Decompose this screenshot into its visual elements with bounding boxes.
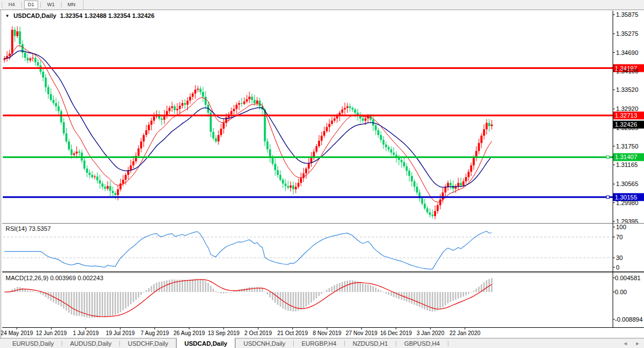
svg-text:1.34690: 1.34690 <box>616 49 638 56</box>
toolbar-divider <box>21 2 22 8</box>
toolbar-divider <box>2 2 2 8</box>
timeframe-button-h4[interactable]: H4 <box>4 1 19 9</box>
svg-text:7 Aug 2019: 7 Aug 2019 <box>141 330 169 336</box>
chart-symbol-title: USDCAD,Daily <box>13 12 56 19</box>
collapse-chart-icon[interactable]: ▼ <box>5 13 10 18</box>
svg-text:0.00: 0.00 <box>615 289 627 295</box>
svg-text:8 Nov 2019: 8 Nov 2019 <box>313 330 342 336</box>
chart-header: ▼ USDCAD,Daily 1.32354 1.32488 1.32354 1… <box>5 12 155 19</box>
tab-scroll-left-icon[interactable]: ◄ <box>623 341 628 346</box>
timeframe-toolbar: H4 D1 W1 MN <box>0 0 644 10</box>
timeframe-button-mn[interactable]: MN <box>64 1 80 9</box>
svg-text:1.32920: 1.32920 <box>616 105 638 112</box>
svg-text:16 Dec 2019: 16 Dec 2019 <box>380 330 412 336</box>
tab-eurusd-daily[interactable]: EURUSD,Daily <box>4 338 62 348</box>
trading-terminal-window: H4 D1 W1 MN 1.341971.327131.314071.30155… <box>0 0 644 348</box>
svg-text:1.34105: 1.34105 <box>616 68 638 75</box>
svg-text:1.32426: 1.32426 <box>615 121 637 128</box>
svg-text:70: 70 <box>616 234 623 240</box>
tab-usdchf-daily[interactable]: USDCHF,Daily <box>120 338 176 348</box>
svg-text:1.31165: 1.31165 <box>616 161 638 168</box>
svg-text:13 Sep 2019: 13 Sep 2019 <box>208 330 240 336</box>
svg-text:12 Jun 2019: 12 Jun 2019 <box>36 330 67 336</box>
svg-text:1.30565: 1.30565 <box>616 180 638 187</box>
chart-ohlc-values: 1.32354 1.32488 1.32354 1.32426 <box>60 12 154 19</box>
svg-text:22 Jan 2020: 22 Jan 2020 <box>450 330 480 336</box>
tab-scroll-right-icon[interactable]: ► <box>635 341 640 346</box>
toolbar-divider <box>83 1 84 9</box>
tab-divider <box>448 341 448 346</box>
svg-text:0.004581: 0.004581 <box>615 275 641 281</box>
timeframe-button-w1[interactable]: W1 <box>43 1 59 9</box>
svg-text:0: 0 <box>616 264 619 271</box>
svg-text:1.35275: 1.35275 <box>616 30 638 37</box>
svg-text:1.31407: 1.31407 <box>615 154 637 160</box>
svg-text:30: 30 <box>616 254 623 261</box>
svg-text:100: 100 <box>616 224 626 230</box>
tab-nzdusd-h1[interactable]: NZDUSD,H1 <box>345 338 396 348</box>
rsi-indicator-label: RSI(14) 73.5357 <box>6 225 51 232</box>
tabbar-spacer <box>0 338 4 348</box>
chart-canvas[interactable]: 1.341971.327131.314071.301551.358751.352… <box>0 0 644 348</box>
svg-text:21 Oct 2019: 21 Oct 2019 <box>277 330 308 336</box>
svg-text:1.31750: 1.31750 <box>616 143 638 150</box>
svg-text:1.32713: 1.32713 <box>615 112 637 119</box>
svg-text:3 Jan 2020: 3 Jan 2020 <box>416 330 444 336</box>
price-chart-svg: 1.341971.327131.314071.301551.358751.352… <box>0 0 644 348</box>
svg-text:1.29980: 1.29980 <box>616 199 638 206</box>
tab-gbpusd-h4[interactable]: GBPUSD,H4 <box>396 338 448 348</box>
toolbar-divider <box>40 2 41 8</box>
svg-text:26 Aug 2019: 26 Aug 2019 <box>173 330 205 336</box>
svg-text:2 Oct 2019: 2 Oct 2019 <box>244 330 272 336</box>
svg-text:27 Nov 2019: 27 Nov 2019 <box>346 330 378 336</box>
tab-scroll-nav: ◄ ► <box>623 338 640 348</box>
svg-text:1.35875: 1.35875 <box>616 11 638 18</box>
svg-text:1.33520: 1.33520 <box>616 86 638 93</box>
svg-text:19 Jul 2019: 19 Jul 2019 <box>106 330 135 336</box>
svg-text:1 Jul 2019: 1 Jul 2019 <box>73 330 99 336</box>
timeframe-button-d1[interactable]: D1 <box>24 1 39 9</box>
tab-eurgbp-h4[interactable]: EURGBP,H4 <box>294 338 344 348</box>
toolbar-divider <box>61 2 62 8</box>
tab-usdcad-daily[interactable]: USDCAD,Daily <box>176 338 235 348</box>
symbol-tab-bar: EURUSD,Daily AUDUSD,Daily USDCHF,Daily U… <box>0 338 644 348</box>
tab-usdcnh-daily[interactable]: USDCNH,Daily <box>235 338 293 348</box>
tab-audusd-daily[interactable]: AUDUSD,Daily <box>62 338 119 348</box>
macd-indicator-label: MACD(12,26,9) 0.003969 0.002243 <box>6 275 103 281</box>
svg-text:24 May 2019: 24 May 2019 <box>1 330 33 336</box>
svg-text:-0.008894: -0.008894 <box>615 316 643 323</box>
